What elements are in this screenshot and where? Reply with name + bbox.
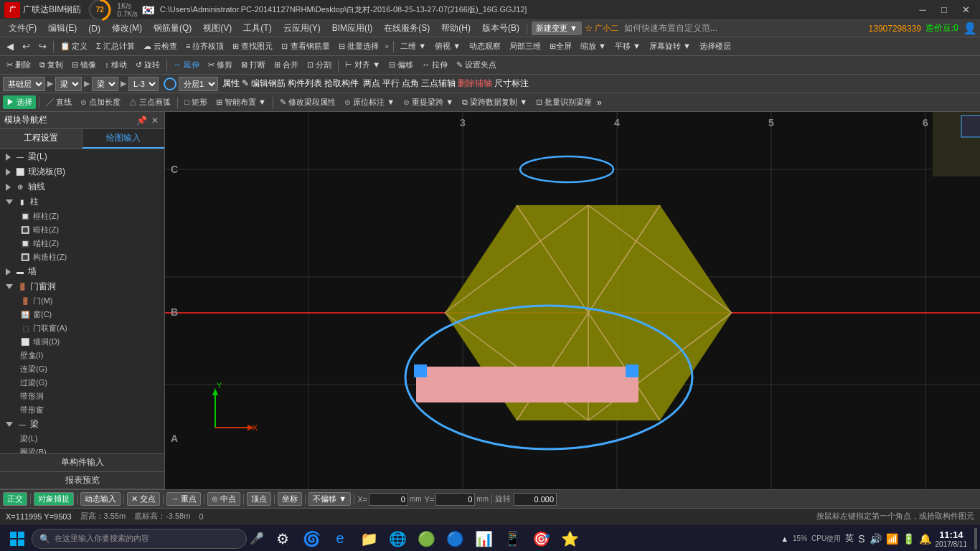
sidebar-item-lintel-g[interactable]: 连梁(G) xyxy=(0,362,164,376)
tb-select-floor[interactable]: 选择楼层 xyxy=(696,39,735,53)
sidebar-close-btn[interactable]: ✕ xyxy=(150,116,160,126)
footer-single-input-btn[interactable]: 单构件输入 xyxy=(0,454,164,472)
menu-online[interactable]: 在线服务(S) xyxy=(378,21,435,36)
maximize-button[interactable]: □ xyxy=(934,2,954,18)
tb-origin-mark[interactable]: ⊙ 原位标注 ▼ xyxy=(341,95,398,109)
y-coord-input[interactable] xyxy=(435,493,475,506)
tb-attributes[interactable]: 属性 xyxy=(222,77,240,90)
sidebar-item-beam-l[interactable]: 梁(L) xyxy=(0,432,164,446)
sidebar-scroll[interactable]: — 梁(L) ⬜ 现浇板(B) ⊕ 轴线 ▮ 柱 🔲 xyxy=(0,149,164,453)
task-app-chrome[interactable]: 🌐 xyxy=(385,526,410,552)
tb-batch-id[interactable]: ⊡ 批量识别梁座 xyxy=(532,95,595,109)
sidebar-item-end-column[interactable]: 🔲 端柱(Z) xyxy=(0,237,164,250)
tb-split[interactable]: ⊡ 分割 xyxy=(303,58,335,72)
systray-sound-icon[interactable]: 🔊 xyxy=(870,533,882,545)
snap-coord[interactable]: 坐标 xyxy=(278,492,302,506)
task-app-ie[interactable]: e xyxy=(327,526,353,552)
sidebar-item-hidden-column[interactable]: 🔳 暗柱(Z) xyxy=(0,223,164,237)
snap-vertex[interactable]: 顶点 xyxy=(247,492,271,506)
tb-break[interactable]: ⊠ 打断 xyxy=(237,58,269,72)
task-app-gear[interactable]: ⚙ xyxy=(270,526,296,552)
tb-fullscreen[interactable]: ⊞全屏 xyxy=(546,39,575,53)
task-app-spiral[interactable]: 🌀 xyxy=(298,526,324,552)
canvas-area[interactable]: 3 4 5 6 C B A xyxy=(165,112,980,489)
tb-zoom[interactable]: 缩放 ▼ xyxy=(577,39,610,53)
current-element-select[interactable]: L-3 xyxy=(128,77,159,91)
x-coord-input[interactable] xyxy=(369,493,408,506)
sidebar-item-niche[interactable]: 壁龛(I) xyxy=(0,349,164,362)
sidebar-group-column[interactable]: ▮ 柱 xyxy=(0,194,164,209)
tb-two-points[interactable]: 两点 xyxy=(363,77,380,90)
snap-no-move[interactable]: 不偏移 ▼ xyxy=(308,492,351,506)
tb-smart-layout[interactable]: ⊞ 智能布置 ▼ xyxy=(212,95,270,109)
task-app-target[interactable]: 🎯 xyxy=(528,526,554,552)
footer-report-btn[interactable]: 报表预览 xyxy=(0,472,164,490)
element-type-select[interactable]: 梁 xyxy=(55,77,82,91)
tb-align[interactable]: ⊢ 对齐 ▼ xyxy=(341,58,384,72)
sidebar-item-door[interactable]: 🚪 门(M) xyxy=(0,294,164,308)
tb-rect[interactable]: □ 矩形 xyxy=(181,95,211,109)
base-layer-select[interactable]: 基础层 xyxy=(3,77,45,91)
show-desktop-btn[interactable] xyxy=(974,528,977,550)
tb-select-mode[interactable]: ▶ 选择 xyxy=(3,95,36,109)
tb-delete-axis[interactable]: 删除辅轴 xyxy=(458,77,492,90)
sub-element-select[interactable]: 梁 xyxy=(92,77,118,91)
layer-circle[interactable] xyxy=(164,77,176,90)
task-app-star[interactable]: ⭐ xyxy=(557,526,583,552)
menu-bim[interactable]: BIM应用(I) xyxy=(326,21,379,36)
tb-point-length[interactable]: ⊙ 点加长度 xyxy=(77,95,124,109)
sidebar-tab-drawing[interactable]: 绘图输入 xyxy=(83,129,164,149)
tb-cloud-check[interactable]: ☁ 云检查 xyxy=(140,39,181,53)
snap-center[interactable]: ⊙ 中点 xyxy=(207,492,240,506)
tb-sum[interactable]: Σ 汇总计算 xyxy=(93,39,138,53)
tb-copy[interactable]: ⧉ 复制 xyxy=(36,58,67,72)
tb-three-point-axis[interactable]: 三点辅轴 xyxy=(421,77,456,90)
sidebar-pin-btn[interactable]: 📌 xyxy=(135,116,149,126)
task-app-phone[interactable]: 📱 xyxy=(499,526,525,552)
tb-offset[interactable]: ⊟ 偏移 xyxy=(385,58,417,72)
new-change-button[interactable]: 新建变更 ▼ xyxy=(532,22,582,35)
sidebar-item-band-window[interactable]: 带形窗 xyxy=(0,403,164,417)
systray-network-icon[interactable]: 📶 xyxy=(886,533,898,545)
tb-find-element[interactable]: ⊞ 查找图元 xyxy=(229,39,276,53)
quick-layout-hint[interactable]: 如何快速布置自定义范... xyxy=(618,21,723,36)
taskbar-mic-icon[interactable]: 🎤 xyxy=(250,532,264,545)
systray-notification-icon[interactable]: 🔔 xyxy=(919,533,931,545)
tb-view-rebar[interactable]: ⊡ 查看钢筋量 xyxy=(278,39,333,53)
snap-dynamic-input[interactable]: 动态输入 xyxy=(80,492,121,506)
snap-object[interactable]: 对象捕捉 xyxy=(34,492,74,506)
tb-extend[interactable]: ↔ 延伸 xyxy=(170,58,203,72)
tb-pick-component[interactable]: 拾取构件 xyxy=(324,77,359,90)
draw-expand[interactable]: » xyxy=(597,98,602,108)
tb-back[interactable]: ◀ xyxy=(3,39,17,53)
guangda-logo[interactable]: ☆ 广小二 xyxy=(585,23,618,34)
menu-modify[interactable]: 修改(M) xyxy=(106,21,148,36)
sidebar-tab-engineering[interactable]: 工程设置 xyxy=(0,129,83,149)
sidebar-group-axis[interactable]: ⊕ 轴线 xyxy=(0,179,164,194)
tb-span-data-copy[interactable]: ⧉ 梁跨数据复制 ▼ xyxy=(458,95,531,109)
tb-stretch[interactable]: ↔ 拉伸 xyxy=(418,58,451,72)
tb-expand1[interactable]: » xyxy=(384,42,391,50)
time-block[interactable]: 11:14 2017/8/11 xyxy=(936,529,968,548)
snap-midpoint[interactable]: → 重点 xyxy=(166,492,201,506)
menu-tools[interactable]: 工具(T) xyxy=(237,21,277,36)
sidebar-group-opening[interactable]: 🚪 门窗洞 xyxy=(0,279,164,294)
tb-dynamic-obs[interactable]: 动态观察 xyxy=(466,39,504,53)
menu-file[interactable]: 文件(F) xyxy=(3,21,42,36)
tb-parallel[interactable]: 平行 xyxy=(382,77,400,90)
tb-grip[interactable]: ✎ 设置夹点 xyxy=(453,58,500,72)
tb-three-arc[interactable]: △ 三点画弧 xyxy=(126,95,174,109)
tb-vertex-angle[interactable]: 点角 xyxy=(402,77,419,90)
systray-battery-icon[interactable]: 🔋 xyxy=(903,533,915,545)
tb-delete[interactable]: ✂ 删除 xyxy=(3,58,34,72)
tb-move[interactable]: ↕ 移动 xyxy=(101,58,131,72)
sidebar-item-ring-beam[interactable]: 圈梁(B) xyxy=(0,446,164,453)
sidebar-group-beam[interactable]: — 梁(L) xyxy=(0,149,164,164)
task-app-g1[interactable]: 🟢 xyxy=(413,526,439,552)
tb-local-3d[interactable]: 局部三维 xyxy=(506,39,545,53)
tb-trim[interactable]: ✂ 修剪 xyxy=(204,58,236,72)
sidebar-item-band-opening[interactable]: 带形洞 xyxy=(0,390,164,403)
task-app-chart[interactable]: 📊 xyxy=(471,526,496,552)
tb-re-lift-span[interactable]: ⊙ 重提梁跨 ▼ xyxy=(400,95,457,109)
sidebar-group-slab[interactable]: ⬜ 现浇板(B) xyxy=(0,164,164,179)
